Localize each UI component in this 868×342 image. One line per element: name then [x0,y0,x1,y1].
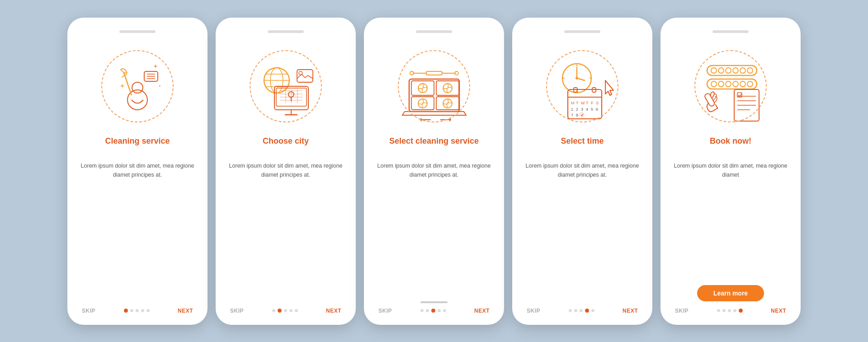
phone-3-icon-area: ⟵ ⟶ [389,41,479,131]
phone-1-title: Cleaning service [105,136,170,156]
dot-3-3 [431,309,435,313]
nav-dots-3 [420,309,446,313]
dot-2-4 [289,309,292,312]
phone-4-nav: SKIP NEXT [523,308,642,314]
skip-button-1[interactable]: SKIP [82,308,95,314]
next-button-4[interactable]: NEXT [623,308,638,314]
phone-speaker-4 [564,30,600,33]
learn-more-button[interactable]: Learn more [697,285,764,301]
next-button-5[interactable]: NEXT [771,308,786,314]
dot-2-3 [284,309,287,312]
phone-5: Book now! Lorem ipsum dolor sit dim amet… [660,18,801,325]
phone-speaker [119,30,156,33]
dot-1-2 [130,309,133,312]
dot-1-5 [146,309,150,312]
phone-5-icon-area [685,41,776,131]
dot-4-1 [569,309,572,312]
skip-button-3[interactable]: SKIP [378,308,392,314]
phone-1-nav: SKIP NEXT [78,308,197,314]
dot-1-3 [136,309,139,312]
phone-1: ✦ ✦ ✦ Cleaning service Lorem ipsum dolor… [67,18,208,325]
phone-3-nav: SKIP NEXT [375,308,493,314]
phone-5-title: Book now! [710,136,751,156]
nav-dots-5 [717,309,743,313]
phone-4-desc: Lorem ipsum dolor sit dim amet, mea regi… [523,161,642,303]
phone-speaker-5 [712,30,749,33]
phone-4-title: Select time [561,136,604,156]
skip-button-5[interactable]: SKIP [675,308,689,314]
dot-3-4 [438,309,441,312]
dot-2-5 [295,309,298,312]
phone-2: Choose city Lorem ipsum dolor sit dim am… [216,18,356,325]
dot-5-3 [728,309,731,312]
next-button-3[interactable]: NEXT [474,308,490,314]
dot-2-2 [278,309,282,313]
dot-5-4 [733,309,736,312]
phone-speaker-2 [268,30,304,33]
dot-5-1 [717,309,720,312]
phone-4: M T W T F S 1 2 3 4 5 6 7 8 ✓ [512,18,652,325]
phone-4-icon-area: M T W T F S 1 2 3 4 5 6 7 8 ✓ [537,41,627,131]
dot-2-1 [272,309,275,312]
dashed-circle-4 [546,50,618,122]
nav-dots-1 [124,309,150,313]
nav-dots-2 [272,309,298,313]
dot-1-1 [124,309,128,313]
dot-1-4 [141,309,144,312]
dot-3-5 [443,309,446,312]
phone-5-nav: SKIP NEXT [671,308,790,314]
phones-container: ✦ ✦ ✦ Cleaning service Lorem ipsum dolor… [49,4,819,338]
dot-4-3 [580,309,583,312]
dashed-circle-5 [694,50,767,122]
dot-3-1 [420,309,424,312]
nav-dots-4 [569,309,594,313]
dashed-circle-3 [398,50,470,122]
phone-3: ⟵ ⟶ Select cleaning service Lorem ipsum … [364,18,504,325]
dot-4-4 [585,309,589,313]
next-button-2[interactable]: NEXT [326,308,341,314]
scroll-bar-3 [420,301,448,303]
phone-2-nav: SKIP NEXT [226,308,345,314]
dot-5-5 [739,309,743,313]
phone-2-title: Choose city [263,136,309,156]
phone-1-desc: Lorem ipsum dolor sit dim amet, mea regi… [78,161,197,303]
skip-button-2[interactable]: SKIP [230,308,244,314]
phone-2-icon-area [241,41,331,131]
dot-3-2 [426,309,429,312]
dot-5-2 [722,309,726,312]
dashed-circle [101,50,174,122]
phone-5-desc: Lorem ipsum dolor sit dim amet, mea regi… [671,161,790,281]
dot-4-2 [574,309,577,312]
phone-3-desc: Lorem ipsum dolor sit dim amet, mea regi… [375,161,493,299]
phone-3-title: Select cleaning service [389,136,479,156]
skip-button-4[interactable]: SKIP [527,308,540,314]
dot-4-5 [591,309,594,312]
phone-1-icon-area: ✦ ✦ ✦ [92,41,183,131]
next-button-1[interactable]: NEXT [178,308,193,314]
phone-speaker-3 [416,30,452,33]
dashed-circle-2 [250,50,322,122]
phone-2-desc: Lorem ipsum dolor sit dim amet, mea regi… [226,161,345,303]
